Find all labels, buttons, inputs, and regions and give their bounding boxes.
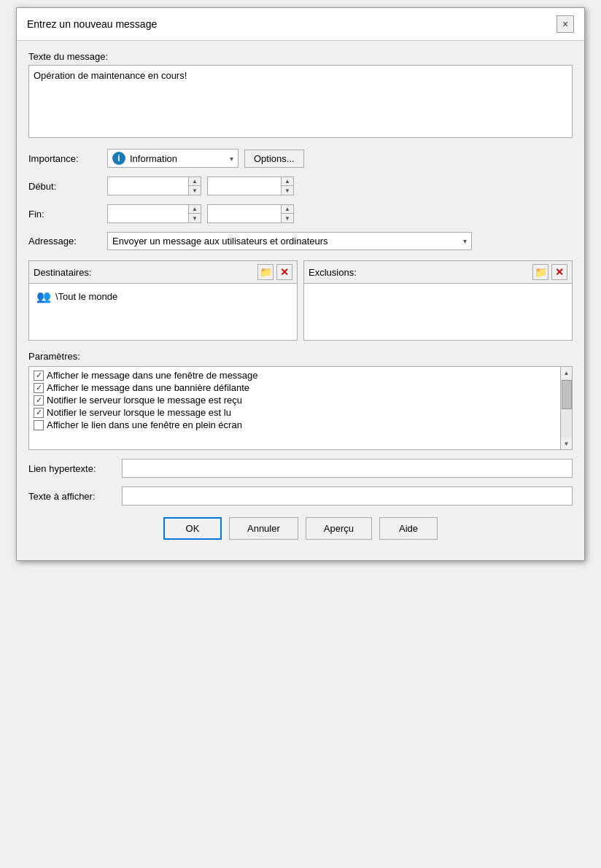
- fin-date-spinner: 23/04/2021 ▲ ▼: [107, 204, 201, 223]
- exclusions-label: Exclusions:: [309, 267, 530, 278]
- fin-date-input[interactable]: 23/04/2021: [108, 205, 188, 222]
- texte-afficher-row: Texte à afficher:: [28, 487, 573, 505]
- debut-date-input[interactable]: 23/04/2021: [108, 177, 188, 195]
- list-item: 👥 \Tout le monde: [34, 288, 292, 305]
- adressage-dropdown[interactable]: Envoyer un message aux utilisateurs et o…: [107, 232, 472, 250]
- adressage-chevron-icon: ▾: [463, 237, 467, 245]
- param-checkbox-3[interactable]: [34, 408, 44, 418]
- fin-date-time: 23/04/2021 ▲ ▼ 12:30:00 ▲ ▼: [107, 204, 294, 223]
- exclusions-delete-button[interactable]: ✕: [551, 264, 567, 280]
- scroll-up-button[interactable]: ▲: [561, 367, 572, 379]
- exclusions-box: Exclusions: 📁 ✕: [303, 260, 573, 341]
- debut-time-spinner: 10:30:00 ▲ ▼: [207, 177, 294, 195]
- debut-date-arrows: ▲ ▼: [188, 177, 201, 195]
- ok-button[interactable]: OK: [163, 517, 222, 540]
- param-label-1: Afficher le message dans une bannière dé…: [47, 382, 249, 393]
- destinataires-folder-button[interactable]: 📁: [257, 264, 274, 280]
- folder-icon: 📁: [260, 266, 272, 278]
- dialog-body: Texte du message: Opération de maintenan…: [17, 41, 584, 560]
- recipient-name: \Tout le monde: [55, 291, 117, 302]
- message-label: Texte du message:: [28, 51, 573, 62]
- fin-label: Fin:: [28, 209, 101, 220]
- fin-time-arrows: ▲ ▼: [281, 205, 293, 222]
- dialog-window: Entrez un nouveau message × Texte du mes…: [16, 7, 585, 561]
- destinataires-delete-button[interactable]: ✕: [276, 264, 292, 280]
- fin-time-spinner: 12:30:00 ▲ ▼: [207, 204, 294, 223]
- message-textarea[interactable]: Opération de maintenance en cours!: [28, 65, 573, 138]
- texte-afficher-input[interactable]: [122, 487, 573, 505]
- fin-date-down-arrow[interactable]: ▼: [189, 214, 201, 222]
- lien-label: Lien hypertexte:: [28, 463, 116, 474]
- apercu-button[interactable]: Aperçu: [306, 517, 372, 540]
- list-item: Afficher le lien dans une fenêtre en ple…: [34, 419, 554, 430]
- chevron-down-icon: ▾: [230, 155, 233, 163]
- message-field-group: Texte du message: Opération de maintenan…: [28, 51, 573, 140]
- fin-time-input[interactable]: 12:30:00: [208, 205, 281, 222]
- adressage-row: Adressage: Envoyer un message aux utilis…: [28, 232, 573, 250]
- recipients-section: Destinataires: 📁 ✕ 👥 \Tout le monde: [28, 260, 573, 341]
- debut-time-input[interactable]: 10:30:00: [208, 177, 281, 195]
- debut-date-time: 23/04/2021 ▲ ▼ 10:30:00 ▲ ▼: [107, 177, 294, 195]
- aide-button[interactable]: Aide: [379, 517, 438, 540]
- debut-row: Début: 23/04/2021 ▲ ▼ 10:30:00 ▲ ▼: [28, 177, 573, 195]
- importance-label: Importance:: [28, 153, 101, 164]
- param-checkbox-0[interactable]: [34, 371, 44, 381]
- scroll-thumb: [562, 380, 572, 409]
- parametres-label: Paramètres:: [28, 351, 573, 362]
- annuler-button[interactable]: Annuler: [229, 517, 298, 540]
- destinataires-label: Destinataires:: [34, 267, 255, 278]
- param-label-2: Notifier le serveur lorsque le message e…: [47, 395, 242, 406]
- param-checkbox-4[interactable]: [34, 420, 44, 430]
- destinataires-box: Destinataires: 📁 ✕ 👥 \Tout le monde: [28, 260, 298, 341]
- lien-input[interactable]: [122, 459, 573, 478]
- scroll-down-button[interactable]: ▼: [561, 438, 572, 449]
- close-button[interactable]: ×: [557, 15, 574, 33]
- exclusions-folder-button[interactable]: 📁: [532, 264, 548, 280]
- parametres-section: Paramètres: Afficher le message dans une…: [28, 351, 573, 450]
- debut-date-up-arrow[interactable]: ▲: [189, 177, 201, 186]
- param-label-4: Afficher le lien dans une fenêtre en ple…: [47, 419, 242, 430]
- param-checkbox-1[interactable]: [34, 383, 44, 393]
- exclusions-header: Exclusions: 📁 ✕: [304, 261, 572, 284]
- param-checkbox-2[interactable]: [34, 395, 44, 406]
- adressage-value: Envoyer un message aux utilisateurs et o…: [112, 236, 328, 247]
- fin-time-down-arrow[interactable]: ▼: [282, 214, 293, 222]
- lien-row: Lien hypertexte:: [28, 459, 573, 478]
- fin-time-up-arrow[interactable]: ▲: [282, 205, 293, 214]
- adressage-label: Adressage:: [28, 236, 101, 247]
- button-row: OK Annuler Aperçu Aide: [28, 517, 573, 550]
- delete-icon: ✕: [280, 266, 289, 278]
- list-item: Afficher le message dans une fenêtre de …: [34, 370, 554, 381]
- exclusions-content: [304, 284, 572, 292]
- folder-icon: 📁: [535, 266, 547, 278]
- importance-row: Importance: i Information ▾ Options...: [28, 149, 573, 168]
- fin-date-arrows: ▲ ▼: [188, 205, 201, 222]
- people-icon: 👥: [36, 290, 51, 303]
- importance-dropdown[interactable]: i Information ▾: [107, 149, 239, 168]
- debut-date-down-arrow[interactable]: ▼: [189, 186, 201, 195]
- destinataires-header: Destinataires: 📁 ✕: [29, 261, 297, 284]
- importance-value: Information: [130, 153, 177, 164]
- texte-afficher-label: Texte à afficher:: [28, 491, 116, 502]
- info-icon: i: [112, 152, 125, 165]
- destinataires-content: 👥 \Tout le monde: [29, 284, 297, 309]
- params-scrollbar: ▲ ▼: [560, 367, 572, 449]
- fin-row: Fin: 23/04/2021 ▲ ▼ 12:30:00 ▲ ▼: [28, 204, 573, 223]
- debut-time-down-arrow[interactable]: ▼: [282, 186, 293, 195]
- scroll-track: [561, 379, 572, 438]
- options-button[interactable]: Options...: [244, 150, 304, 168]
- param-label-3: Notifier le serveur lorsque le message e…: [47, 407, 231, 418]
- param-label-0: Afficher le message dans une fenêtre de …: [47, 370, 258, 381]
- parametres-list: Afficher le message dans une fenêtre de …: [28, 366, 573, 450]
- debut-time-up-arrow[interactable]: ▲: [282, 177, 293, 186]
- list-item: Afficher le message dans une bannière dé…: [34, 382, 554, 393]
- fin-date-up-arrow[interactable]: ▲: [189, 205, 201, 214]
- list-item: Notifier le serveur lorsque le message e…: [34, 395, 554, 406]
- debut-label: Début:: [28, 181, 101, 192]
- dialog-title: Entrez un nouveau message: [27, 18, 157, 30]
- delete-icon: ✕: [555, 266, 564, 278]
- debut-time-arrows: ▲ ▼: [281, 177, 293, 195]
- title-bar: Entrez un nouveau message ×: [17, 8, 584, 41]
- list-item: Notifier le serveur lorsque le message e…: [34, 407, 554, 418]
- debut-date-spinner: 23/04/2021 ▲ ▼: [107, 177, 201, 195]
